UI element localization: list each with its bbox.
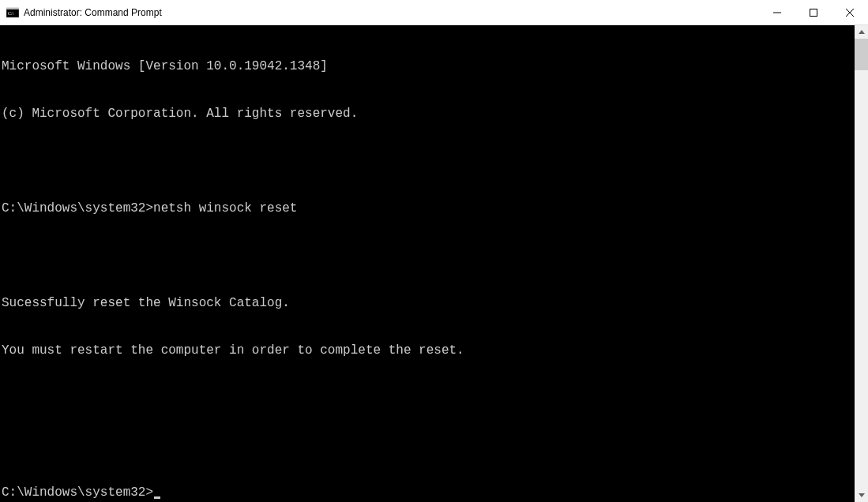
window-controls	[759, 0, 868, 24]
vertical-scrollbar[interactable]	[855, 25, 868, 502]
content-area: Microsoft Windows [Version 10.0.19042.13…	[0, 25, 868, 502]
terminal-line: C:\Windows\system32>	[2, 485, 855, 500]
svg-rect-1	[6, 8, 19, 9]
close-button[interactable]	[832, 0, 868, 24]
chevron-up-icon	[859, 30, 865, 34]
terminal-line: Microsoft Windows [Version 10.0.19042.13…	[2, 58, 855, 74]
minimize-button[interactable]	[759, 0, 795, 24]
command-text: netsh winsock reset	[153, 201, 297, 215]
maximize-button[interactable]	[795, 0, 832, 24]
svg-text:C:\: C:\	[8, 11, 14, 16]
prompt-text: C:\Windows\system32>	[2, 201, 153, 215]
scroll-down-button[interactable]	[855, 489, 868, 502]
close-icon	[846, 9, 854, 17]
terminal-line	[2, 437, 855, 453]
scroll-up-button[interactable]	[855, 25, 868, 39]
terminal-line: C:\Windows\system32>netsh winsock reset	[2, 200, 855, 216]
cmd-icon: C:\	[6, 6, 19, 19]
terminal-output[interactable]: Microsoft Windows [Version 10.0.19042.13…	[0, 25, 855, 502]
terminal-line: Sucessfully reset the Winsock Catalog.	[2, 295, 855, 311]
scroll-thumb[interactable]	[855, 39, 868, 70]
maximize-icon	[810, 9, 817, 17]
terminal-line	[2, 248, 855, 264]
window-titlebar: C:\ Administrator: Command Prompt	[0, 0, 868, 25]
terminal-line	[2, 153, 855, 169]
minimize-icon	[773, 9, 781, 17]
terminal-line	[2, 390, 855, 406]
terminal-line: You must restart the computer in order t…	[2, 343, 855, 358]
prompt-text: C:\Windows\system32>	[2, 485, 153, 500]
terminal-cursor	[154, 496, 160, 499]
chevron-down-icon	[859, 493, 865, 497]
svg-rect-4	[810, 9, 817, 16]
terminal-line: (c) Microsoft Corporation. All rights re…	[2, 106, 855, 122]
window-title: Administrator: Command Prompt	[24, 7, 759, 18]
scroll-track[interactable]	[855, 39, 868, 489]
